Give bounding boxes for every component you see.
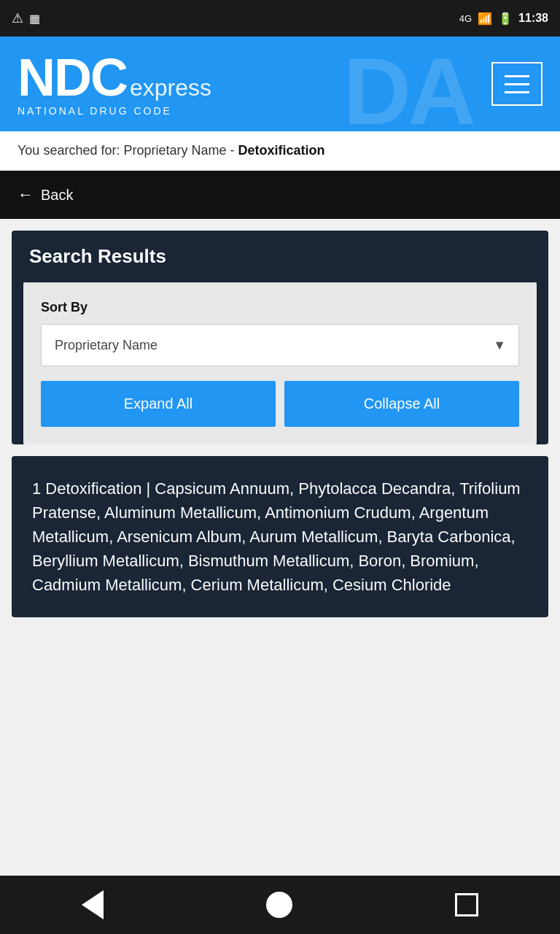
- signal-icon: 4G: [459, 13, 472, 24]
- nav-recent-icon: [455, 893, 478, 916]
- hamburger-line-1: [505, 75, 529, 77]
- expand-collapse-row: Expand All Collapse All: [41, 381, 519, 427]
- results-title: Search Results: [12, 231, 548, 282]
- app-logo: NDC express NATIONAL DRUG CODE: [18, 51, 211, 117]
- menu-button[interactable]: [491, 62, 542, 106]
- hamburger-line-3: [505, 91, 529, 93]
- bottom-nav: [0, 876, 560, 934]
- nav-back-button[interactable]: [82, 890, 104, 919]
- logo-subtitle: NATIONAL DRUG CODE: [18, 105, 211, 117]
- sort-panel: Sort By Proprietary Name NDC Code Labele…: [23, 282, 537, 444]
- app-header: NDC express NATIONAL DRUG CODE DA: [0, 36, 560, 131]
- signal-bars-icon: 📶: [478, 12, 492, 26]
- nav-back-icon: [82, 890, 104, 919]
- result-text: 1 Detoxification | Capsicum Annuum, Phyt…: [32, 479, 521, 594]
- back-bar: ← Back: [0, 171, 560, 219]
- header-watermark: DA: [343, 44, 472, 131]
- back-button[interactable]: ← Back: [18, 185, 73, 204]
- expand-all-button[interactable]: Expand All: [41, 381, 276, 427]
- sd-card-icon: ▦: [29, 12, 40, 26]
- battery-icon: 🔋: [498, 12, 513, 26]
- search-info: You searched for: Proprietary Name - Det…: [0, 131, 560, 171]
- sort-by-label: Sort By: [41, 300, 519, 315]
- nav-home-icon: [266, 892, 292, 918]
- back-arrow-icon: ←: [18, 185, 34, 204]
- nav-recent-button[interactable]: [455, 893, 478, 916]
- logo-ndc: NDC: [18, 51, 127, 104]
- collapse-all-button[interactable]: Collapse All: [284, 381, 519, 427]
- status-bar-left: ⚠ ▦: [12, 10, 40, 26]
- sort-select[interactable]: Proprietary Name NDC Code Labeler Name P…: [41, 324, 519, 366]
- result-item[interactable]: 1 Detoxification | Capsicum Annuum, Phyt…: [12, 456, 548, 617]
- results-panel: Search Results Sort By Proprietary Name …: [12, 231, 548, 444]
- sort-select-wrapper: Proprietary Name NDC Code Labeler Name P…: [41, 324, 519, 366]
- search-label: You searched for: Proprietary Name -: [18, 143, 238, 158]
- time-display: 11:38: [518, 12, 548, 25]
- back-button-label: Back: [41, 187, 73, 204]
- warning-icon: ⚠: [12, 10, 23, 26]
- logo-express: express: [130, 74, 211, 101]
- status-bar: ⚠ ▦ 4G 📶 🔋 11:38: [0, 0, 560, 36]
- search-term: Detoxification: [238, 143, 324, 158]
- nav-home-button[interactable]: [266, 892, 292, 918]
- hamburger-line-2: [505, 83, 529, 85]
- status-bar-right: 4G 📶 🔋 11:38: [459, 12, 548, 26]
